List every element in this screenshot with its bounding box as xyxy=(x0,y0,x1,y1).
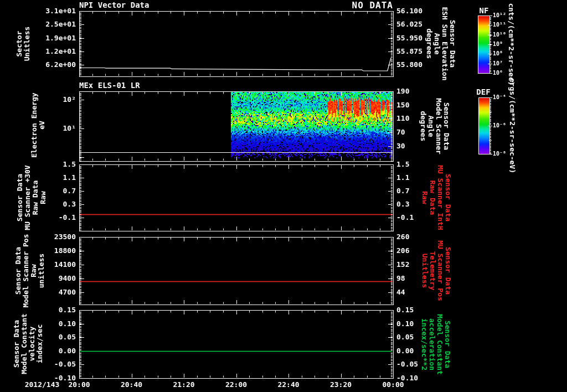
y-tick-label-right: 0.10 xyxy=(396,319,435,328)
x-tick-label: 20:40 xyxy=(112,380,151,389)
y-tick-label-left: -0.05 xyxy=(25,360,76,369)
colorbar-tick-label: 10⁻⁶ xyxy=(493,122,506,128)
y-tick-label-right: 1.5 xyxy=(396,160,435,169)
y-tick-label-left: 10¹ xyxy=(25,124,76,133)
x-tick-label: 21:20 xyxy=(164,380,203,389)
y-tick-label-right: 150 xyxy=(396,101,435,110)
x-tick-label: 22:40 xyxy=(269,380,308,389)
colorbar-tick-label: 10¹¹ xyxy=(493,22,506,28)
y-tick-label-right: 0.15 xyxy=(396,306,435,314)
colorbar-nf-unit-label: cnts/(cm**2-sr-sec) xyxy=(507,3,515,86)
y-tick-label-left: 10² xyxy=(25,95,76,104)
x-tick-label: 23:20 xyxy=(322,380,360,389)
y-tick-label-right: 56.100 xyxy=(396,7,435,16)
y-tick-label-left: 1.2e+01 xyxy=(25,47,76,56)
y-tick-label-left: 14100 xyxy=(25,260,76,269)
y-tick-label-right: 98 xyxy=(396,274,435,283)
y-tick-label-left: 6.2e+00 xyxy=(25,60,76,69)
x-tick-label: 20:00 xyxy=(60,380,99,389)
panel-npi-title: NPI Vector Data xyxy=(79,1,149,9)
panel-els-title: MEx ELS-01 LR xyxy=(79,81,140,90)
x-tick-label: 22:00 xyxy=(217,380,256,389)
y-tick-label-right: -0.05 xyxy=(396,360,435,369)
y-tick-label-right: 1.1 xyxy=(396,173,435,182)
y-tick-label-left: 0.00 xyxy=(25,347,76,355)
y-tick-label-left: 2.5e+01 xyxy=(25,20,76,29)
y-tick-label-right: 0.3 xyxy=(396,200,435,209)
colorbar-def-unit-label: ergs/(cm**2-sr-sec-eV) xyxy=(508,78,516,173)
colorbar-tick-label: 10⁻⁸ xyxy=(493,151,506,157)
y-tick-label-left: 23500 xyxy=(25,233,76,241)
colorbar-tick-label: 10¹⁰ xyxy=(493,32,506,38)
y-tick-label-right: 0.05 xyxy=(396,333,435,342)
y-tick-label-left: 1.5 xyxy=(25,160,76,169)
colorbar-tick-label: 10⁶ xyxy=(493,70,503,76)
y-tick-label-left: 1.9e+01 xyxy=(25,34,76,43)
colorbar-tick-label: 10⁸ xyxy=(493,50,503,56)
colorbar-tick-label: 10⁹ xyxy=(493,41,503,47)
npi-left-axis-label: Sector Unitless xyxy=(16,27,31,61)
y-tick-label-right: 110 xyxy=(396,114,435,123)
colorbar-def-title: DEF xyxy=(476,87,490,96)
y-tick-label-left: 4700 xyxy=(25,288,76,297)
y-tick-label-left: 9400 xyxy=(25,274,76,283)
y-tick-label-left: 0.15 xyxy=(25,306,76,314)
y-tick-label-left: 0.3 xyxy=(25,200,76,209)
y-tick-label-left: 1.1 xyxy=(25,173,76,182)
y-tick-label-right: 70 xyxy=(396,128,435,137)
colorbar-nf-title: NF xyxy=(480,6,489,15)
y-tick-label-left: 3.1e+01 xyxy=(25,7,76,16)
y-tick-label-left: 0.10 xyxy=(25,319,76,328)
y-tick-label-right: 55.800 xyxy=(396,60,435,69)
y-tick-label-right: 56.025 xyxy=(396,20,435,29)
y-tick-label-right: 55.950 xyxy=(396,34,435,43)
y-tick-label-left: -0.1 xyxy=(25,213,76,222)
y-tick-label-right: 190 xyxy=(396,87,435,96)
plot-canvas xyxy=(0,0,567,392)
colorbar-tick-label: 10⁷ xyxy=(493,60,503,66)
y-tick-label-left: 0.7 xyxy=(25,187,76,195)
science-plot-dashboard: NPI Vector Data NO DATA MEx ELS-01 LR Se… xyxy=(0,0,567,392)
npi-right-axis-label: Sensor Data ESH Sun Elevation Angle degr… xyxy=(425,7,456,80)
y-tick-label-right: -0.1 xyxy=(396,213,435,222)
y-tick-label-right: 152 xyxy=(396,260,435,269)
y-tick-label-right: 0.00 xyxy=(396,347,435,355)
y-tick-label-left: 18800 xyxy=(25,246,76,255)
y-tick-label-right: 55.875 xyxy=(396,47,435,56)
x-tick-label: 00:00 xyxy=(374,380,413,389)
y-tick-label-right: 44 xyxy=(396,288,435,297)
no-data-status: NO DATA xyxy=(255,0,393,11)
colorbar-tick-label: 10¹² xyxy=(493,12,506,18)
y-tick-label-right: 30 xyxy=(396,142,435,151)
y-tick-label-left: 0.05 xyxy=(25,333,76,342)
y-tick-label-right: 0.7 xyxy=(396,187,435,195)
colorbar-tick-label: 10⁻⁴ xyxy=(493,94,506,100)
y-tick-label-right: 206 xyxy=(396,246,435,255)
y-tick-label-right: 260 xyxy=(396,233,435,241)
